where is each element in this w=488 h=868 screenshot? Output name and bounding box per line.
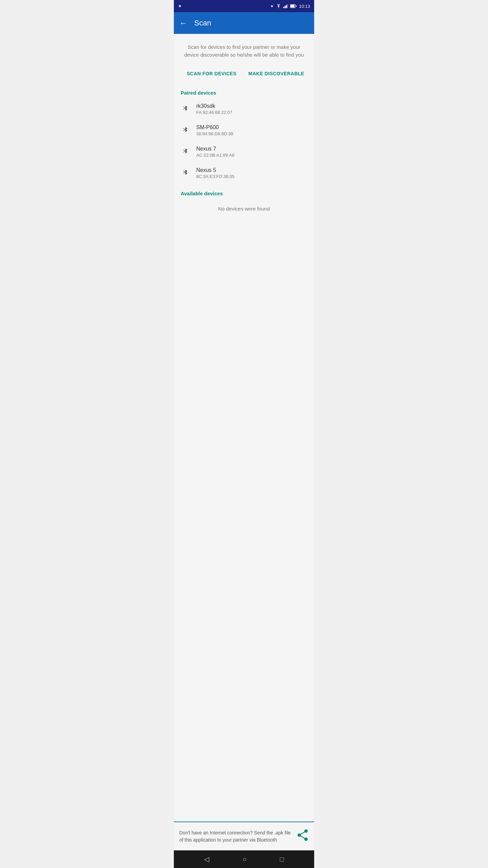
bluetooth-icon (181, 147, 190, 156)
main-content: Scan for devices to find your partner or… (174, 34, 314, 850)
device-info: Nexus 7 AC:22:0B:A1:89:A8 (196, 146, 235, 158)
svg-rect-6 (296, 5, 297, 7)
svg-rect-0 (283, 7, 284, 8)
bluetooth-icon: ✦ (270, 4, 274, 9)
device-info: rk30sdk FA:92:46:66:22:07 (196, 103, 232, 115)
status-time: 10:13 (299, 4, 310, 9)
nav-home-button[interactable]: ○ (242, 855, 246, 863)
nav-back-button[interactable]: ◁ (204, 855, 209, 863)
nav-recent-button[interactable]: □ (280, 855, 284, 863)
status-bar-left: ✦ (178, 3, 182, 9)
svg-line-11 (183, 130, 185, 131)
device-name: Nexus 7 (196, 146, 235, 152)
svg-line-22 (299, 831, 306, 835)
svg-line-12 (183, 128, 185, 130)
footer: Don't have an Internet connection? Send … (174, 822, 314, 850)
svg-line-8 (183, 108, 185, 110)
device-name: Nexus 5 (196, 167, 235, 173)
device-info: SM-P600 38:94:96:D6:8D:38 (196, 124, 233, 136)
share-icon[interactable] (297, 829, 309, 844)
bluetooth-icon (181, 126, 190, 135)
svg-line-9 (183, 107, 185, 108)
svg-marker-7 (185, 105, 187, 111)
nav-bar: ◁ ○ □ (174, 850, 314, 868)
battery-icon (290, 4, 297, 8)
status-bar-right: ✦ 10:13 (270, 4, 310, 9)
device-mac: 8C:3A:E3:FD:38:35 (196, 174, 235, 179)
device-mac: 38:94:96:D6:8D:38 (196, 131, 233, 136)
list-item[interactable]: Nexus 5 8C:3A:E3:FD:38:35 (174, 162, 314, 184)
paired-devices-header: Paired devices (174, 86, 314, 98)
svg-line-15 (183, 150, 185, 151)
scan-for-devices-button[interactable]: SCAN FOR DEVICES (179, 68, 244, 79)
available-devices-section: Available devices No devices were found (174, 184, 314, 225)
device-info: Nexus 5 8C:3A:E3:FD:38:35 (196, 167, 235, 179)
svg-rect-5 (290, 5, 294, 7)
bluetooth-status-icon: ✦ (178, 3, 182, 9)
wifi-icon (276, 4, 281, 8)
bluetooth-icon (181, 105, 190, 113)
status-bar: ✦ ✦ 10:13 (174, 0, 314, 12)
device-name: rk30sdk (196, 103, 232, 109)
make-discoverable-button[interactable]: MAKE DISCOVERABLE (244, 68, 309, 79)
list-item[interactable]: SM-P600 38:94:96:D6:8D:38 (174, 120, 314, 141)
signal-icon (283, 4, 288, 8)
svg-line-14 (183, 151, 185, 152)
paired-devices-list: rk30sdk FA:92:46:66:22:07 SM-P600 38:94:… (174, 98, 314, 184)
device-name: SM-P600 (196, 124, 233, 131)
list-item[interactable]: Nexus 7 AC:22:0B:A1:89:A8 (174, 141, 314, 162)
svg-rect-3 (287, 4, 288, 8)
bluetooth-icon (181, 169, 190, 177)
svg-rect-2 (286, 5, 287, 8)
action-buttons: SCAN FOR DEVICES MAKE DISCOVERABLE (174, 64, 314, 86)
no-devices-text: No devices were found (174, 199, 314, 225)
svg-line-18 (183, 171, 185, 172)
device-mac: FA:92:46:66:22:07 (196, 110, 232, 115)
toolbar: ← Scan (174, 12, 314, 34)
svg-line-23 (299, 835, 306, 839)
svg-marker-16 (185, 170, 187, 175)
description-text: Scan for devices to find your partner or… (174, 34, 314, 64)
device-mac: AC:22:0B:A1:89:A8 (196, 153, 235, 158)
available-devices-header: Available devices (174, 186, 314, 199)
footer-text: Don't have an Internet connection? Send … (179, 829, 292, 844)
list-item[interactable]: rk30sdk FA:92:46:66:22:07 (174, 98, 314, 120)
svg-marker-10 (185, 127, 187, 132)
svg-line-17 (183, 172, 185, 174)
svg-rect-1 (285, 6, 286, 8)
back-button[interactable]: ← (179, 18, 187, 28)
svg-marker-13 (185, 148, 187, 154)
page-title: Scan (194, 19, 211, 27)
